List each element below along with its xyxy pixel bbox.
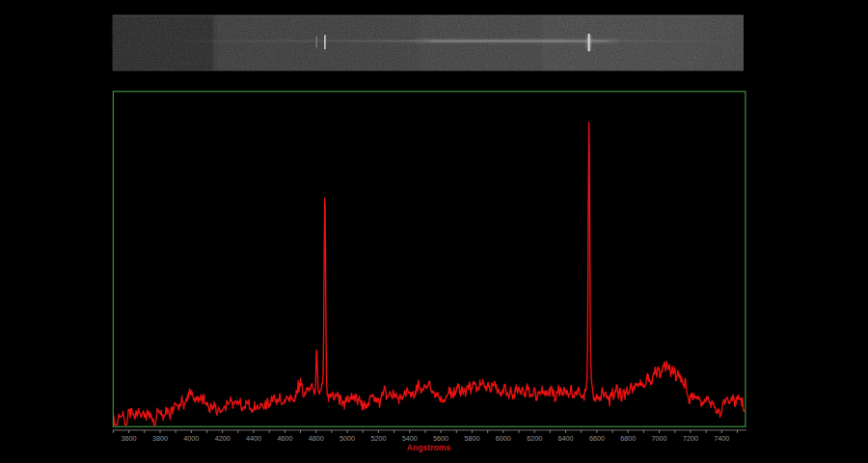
svg-text:4200: 4200: [215, 434, 231, 443]
svg-text:7000: 7000: [652, 434, 667, 443]
svg-text:4600: 4600: [277, 434, 292, 443]
svg-text:4400: 4400: [246, 434, 261, 443]
svg-text:7200: 7200: [683, 434, 698, 443]
svg-text:5000: 5000: [339, 434, 355, 443]
svg-text:6600: 6600: [589, 434, 605, 443]
svg-text:3800: 3800: [152, 434, 168, 443]
svg-text:3600: 3600: [122, 434, 137, 443]
svg-text:6200: 6200: [527, 434, 542, 443]
svg-text:4800: 4800: [309, 434, 324, 443]
svg-text:6800: 6800: [620, 434, 636, 443]
svg-text:4000: 4000: [183, 434, 199, 443]
svg-text:5800: 5800: [465, 434, 480, 443]
svg-text:6000: 6000: [496, 434, 511, 443]
svg-text:5400: 5400: [402, 434, 418, 443]
svg-text:5200: 5200: [370, 434, 386, 443]
svg-text:7400: 7400: [714, 434, 729, 443]
svg-text:Angstroms: Angstroms: [407, 443, 451, 452]
svg-text:5600: 5600: [433, 434, 448, 443]
svg-text:6400: 6400: [558, 434, 574, 443]
